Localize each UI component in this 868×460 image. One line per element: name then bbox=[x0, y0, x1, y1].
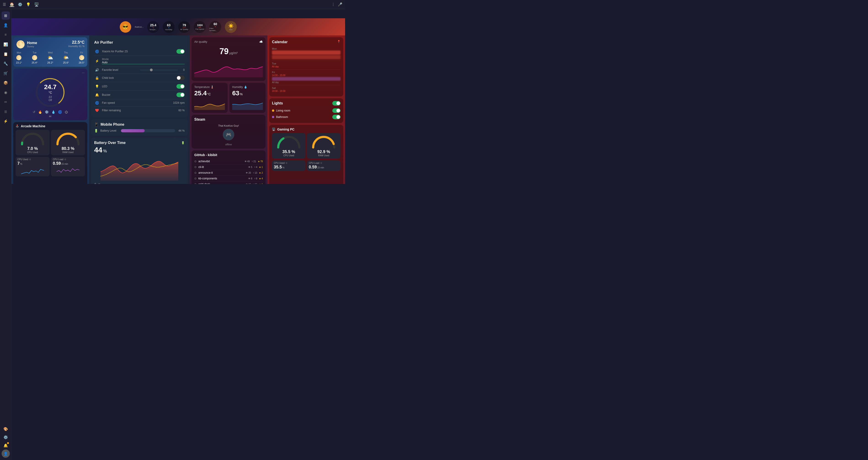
sidebar-item-inventory[interactable]: 📦 bbox=[2, 79, 10, 87]
bathroom-toggle[interactable] bbox=[332, 115, 341, 119]
header-stat-humidity[interactable]: 63 % Humidity bbox=[163, 21, 175, 33]
header-stat-fan-speed[interactable]: 1024 rpm Fan speed bbox=[194, 21, 206, 33]
ac-power-icon[interactable]: ⏻ bbox=[65, 110, 68, 114]
gaming-cpu-load-card: CPU Load ⚙ 0.59 15 min bbox=[307, 160, 341, 171]
header-stat-temperature[interactable]: 25.4 °C Temper... bbox=[147, 21, 159, 33]
sidebar-item-users[interactable]: 👤 bbox=[2, 21, 10, 29]
gaming-cpu-load-label: CPU Load bbox=[309, 162, 319, 164]
weather-day-wed: Wed ⛅ 26.2° bbox=[47, 52, 53, 64]
ap-device-row: 🌀 Xiaomi Air Purifier 2S bbox=[94, 47, 185, 56]
lights-main-toggle[interactable] bbox=[332, 101, 341, 105]
ap-fanspeed-row: 🌀 Fan speed 1024 rpm bbox=[94, 99, 185, 107]
sidebar-item-tools[interactable]: 🔧 bbox=[2, 59, 10, 68]
gaming-cpu-used-val: 35.5 bbox=[274, 165, 282, 170]
more-icon[interactable]: ⋮ bbox=[331, 2, 335, 7]
user-avatar-header[interactable]: 😎 bbox=[120, 21, 131, 33]
github-icon: ⊙ bbox=[194, 177, 196, 180]
sidebar-item-plugin[interactable]: ⚡ bbox=[2, 117, 10, 125]
battery-row: 🔋 Battery Level 44 % bbox=[94, 129, 185, 132]
content-area: 🌕 Home Sunny 22.5°C Humidity 61 % Mon bbox=[11, 35, 345, 184]
ap-led-icon: 💡 bbox=[94, 85, 100, 88]
living-room-label: Living room bbox=[276, 109, 331, 112]
ap-fav-slider[interactable] bbox=[140, 70, 178, 70]
arcade-ram-gauge: 80.3 % RAM Used bbox=[51, 130, 85, 155]
zoom-in-button[interactable]: + bbox=[94, 182, 96, 184]
sidebar-item-bars[interactable]: ≣ bbox=[2, 108, 10, 116]
ap-led-row: 💡 LED bbox=[94, 82, 185, 91]
steam-avatar: 🎮 bbox=[223, 129, 234, 140]
arcade-cpu-used-card: CPU Used ⚙ 7 % bbox=[16, 157, 50, 176]
ap-mode-label: Mode bbox=[102, 58, 185, 61]
phone-icon: 📱 bbox=[94, 122, 99, 127]
sidebar-item-list[interactable]: ≡ bbox=[2, 31, 10, 39]
ac-more-button[interactable]: ⋯ bbox=[82, 71, 85, 74]
ap-filter-row: ❤️ Filter remaining 60 % bbox=[94, 107, 185, 114]
sidebar-item-reports[interactable]: 📋 bbox=[2, 50, 10, 58]
battery-chart-card: Battery Over Time 🔋 44 % bbox=[91, 137, 188, 184]
ap-childlock-toggle[interactable] bbox=[177, 75, 185, 80]
ap-fanspeed-label: Fan speed bbox=[102, 101, 173, 104]
gaming-cpu-used-card: CPU Used ⚙ 35.5 % bbox=[272, 160, 306, 171]
humidity-value: 63 bbox=[232, 90, 239, 97]
ac-fan-icon[interactable]: 🌀 bbox=[58, 110, 62, 114]
ac-temperature: 24.7 bbox=[44, 84, 57, 91]
ap-fav-row: 🔊 Favorite level 0 bbox=[94, 66, 185, 74]
github-repo-4: ⊙ cold-deck 👁16 ⑂16 ★1 bbox=[194, 181, 263, 184]
github-icon: ⊙ bbox=[194, 160, 196, 163]
ap-childlock-label: Child lock bbox=[102, 76, 177, 80]
ac-mode-number: 22 bbox=[49, 95, 52, 99]
weather-days: Mon 🌕 23.1° Tue 🌕 25.4° Wed ⛅ 26.2° bbox=[16, 52, 85, 64]
humidity-unit: % bbox=[240, 92, 243, 96]
bathroom-dot bbox=[272, 116, 274, 118]
sidebar-item-stats[interactable]: 📊 bbox=[2, 40, 10, 49]
menu-icon[interactable]: ☰ bbox=[3, 2, 6, 7]
sidebar-item-infinite[interactable]: ∞ bbox=[2, 98, 10, 106]
battery-overtime-val: 44 bbox=[94, 146, 102, 154]
gaming-cpu-gauge: 35.5 % CPU Used bbox=[272, 133, 306, 159]
steam-user: That KooKoo Guy! 🎮 offline bbox=[194, 124, 263, 146]
zoom-out-button[interactable]: − bbox=[98, 182, 100, 184]
battery-overtime-unit: % bbox=[103, 149, 107, 154]
ac-heat-icon[interactable]: 🔥 bbox=[38, 110, 42, 114]
aq-unit: μg/m³ bbox=[229, 51, 238, 55]
ac-rotate-icon[interactable]: ↺ bbox=[33, 110, 35, 114]
avatar-label: thatKoo... bbox=[135, 26, 144, 28]
ap-filter-label: Filter remaining bbox=[102, 109, 178, 112]
settings-icon[interactable]: ⚙️ bbox=[18, 2, 22, 7]
ap-buzzer-toggle[interactable] bbox=[177, 93, 185, 97]
sidebar-item-shop[interactable]: 🛒 bbox=[2, 69, 10, 77]
sidebar: ⊞ 👤 ≡ 📊 📋 🔧 🛒 📦 ◉ ∞ ≣ ⚡ 🎨 ⚙️ 🔔 👤 bbox=[0, 9, 11, 184]
light-icon[interactable]: 💡 bbox=[26, 2, 31, 7]
bathroom-label: Bathroom bbox=[276, 115, 331, 119]
header-stat-sun[interactable]: ☀️ Sun bbox=[225, 21, 237, 33]
battery-overtime-chart bbox=[94, 158, 185, 181]
ap-power-toggle[interactable] bbox=[177, 49, 185, 54]
gaming-ram-label: RAM Used bbox=[309, 154, 339, 157]
ap-buzzer-label: Buzzer bbox=[102, 93, 177, 96]
living-room-toggle[interactable] bbox=[332, 108, 341, 113]
gaming-ram-value: 92.9 % bbox=[309, 149, 339, 154]
sidebar-item-circle[interactable]: ◉ bbox=[2, 88, 10, 96]
ac-snow-icon[interactable]: ❄️ bbox=[45, 110, 49, 114]
battery-val: 44 % bbox=[177, 129, 185, 132]
cpu-load-label: CPU Load bbox=[53, 158, 63, 161]
settings-icon-small2: ⚙ bbox=[64, 158, 66, 161]
ap-fav-val: 0 bbox=[178, 68, 185, 71]
ap-led-toggle[interactable] bbox=[177, 84, 185, 89]
header-stat-air-quality[interactable]: 79 μg/m³ Air quality bbox=[178, 21, 190, 33]
arcade-title: Arcade Machine bbox=[21, 124, 45, 128]
ac-controls: ↺ 🔥 ❄️ 💧 🌀 ⏻ bbox=[16, 110, 85, 114]
github-repo-1: ⊙ cli-lit 👁5 ⑂4 ★1 bbox=[194, 164, 263, 170]
ac-drop-icon[interactable]: 💧 bbox=[52, 110, 55, 114]
sidebar-item-dashboard[interactable]: ⊞ bbox=[2, 11, 10, 20]
mic-icon[interactable]: 🎤 bbox=[338, 2, 342, 7]
right-mid-column: Air quality ☁️ 79 μg/m³ bbox=[190, 35, 268, 184]
lights-card: Lights Living room Bathroom bbox=[269, 98, 343, 123]
display-icon[interactable]: 🖥️ bbox=[34, 2, 39, 7]
arcade-ram-label: RAM Used bbox=[53, 151, 83, 154]
gaming-cpu-value: 35.5 % bbox=[274, 149, 304, 154]
ap-fan-icon: 🌀 bbox=[94, 101, 100, 105]
header-stat-filter[interactable]: 60 % Filter remaini... bbox=[209, 21, 221, 33]
home-icon[interactable]: 🏠 bbox=[9, 2, 14, 7]
ap-filter-icon: ❤️ bbox=[94, 109, 100, 112]
